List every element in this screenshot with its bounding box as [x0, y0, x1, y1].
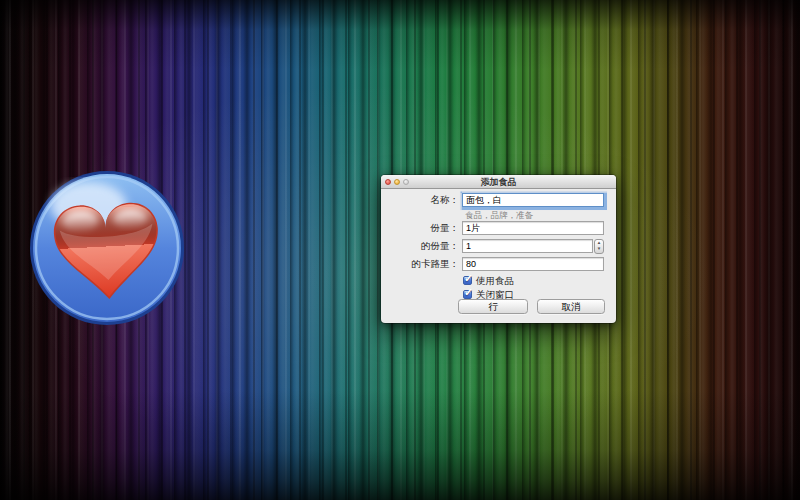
servings-count-label: 的份量：: [387, 239, 459, 253]
use-food-checkbox[interactable]: ✓ 使用食品: [463, 275, 514, 286]
serving-input[interactable]: [462, 221, 604, 235]
calories-input[interactable]: [462, 257, 604, 271]
add-food-dialog: 添加食品 名称： 食品，品牌，准备 份量： 的份量： ▲ ▼ 的卡路里： ✓ 使…: [381, 175, 616, 323]
dialog-titlebar[interactable]: 添加食品: [381, 175, 616, 189]
checkbox-box[interactable]: ✓: [463, 276, 472, 285]
dialog-title: 添加食品: [381, 177, 616, 188]
name-hint: 食品，品牌，准备: [465, 210, 533, 220]
go-button[interactable]: 行: [458, 299, 528, 314]
servings-count-input[interactable]: [462, 239, 593, 253]
serving-label: 份量：: [387, 221, 459, 235]
checkbox-box[interactable]: ✓: [463, 290, 472, 299]
calories-label: 的卡路里：: [387, 257, 459, 271]
check-icon: ✓: [464, 287, 473, 298]
stepper-down-icon[interactable]: ▼: [597, 247, 601, 252]
name-input[interactable]: [462, 193, 604, 207]
check-icon: ✓: [464, 273, 473, 284]
use-food-checkbox-label: 使用食品: [476, 275, 514, 286]
cancel-button[interactable]: 取消: [537, 299, 605, 314]
servings-stepper[interactable]: ▲ ▼: [594, 239, 604, 254]
name-label: 名称：: [387, 193, 459, 207]
heart-app-icon[interactable]: [27, 168, 187, 328]
